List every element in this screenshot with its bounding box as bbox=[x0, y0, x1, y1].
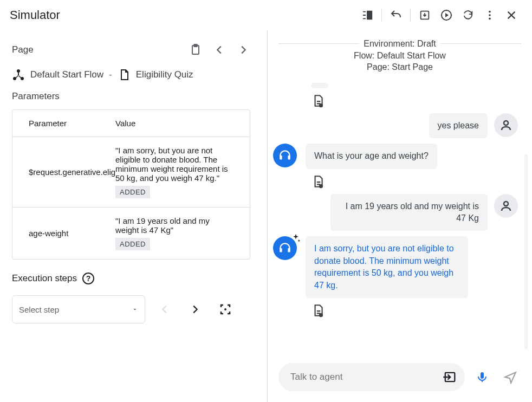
chat-bubble-user: yes please bbox=[429, 113, 488, 138]
select-step-dropdown[interactable]: Select step bbox=[12, 295, 145, 323]
param-name: age-weight bbox=[29, 229, 68, 238]
toolbar-divider bbox=[381, 9, 382, 22]
diagnostic-info-icon[interactable]: i bbox=[311, 174, 325, 189]
svg-rect-0 bbox=[367, 11, 372, 20]
breadcrumb-page[interactable]: Eligibility Quiz bbox=[136, 69, 193, 80]
prev-page-button[interactable] bbox=[207, 38, 231, 62]
close-button[interactable] bbox=[501, 4, 522, 26]
left-panel: Page Default Start Flow - bbox=[0, 30, 268, 402]
flow-icon bbox=[12, 68, 25, 81]
clipboard-icon[interactable] bbox=[184, 38, 207, 62]
param-value: "I am sorry, but you are not eligible to… bbox=[115, 146, 228, 183]
svg-point-14 bbox=[504, 121, 508, 125]
chevron-down-icon bbox=[132, 306, 138, 313]
execution-steps-label: Execution steps bbox=[12, 273, 77, 284]
param-name: $request.generative.eligibility-outcome bbox=[29, 167, 115, 177]
step-prev-button[interactable] bbox=[154, 299, 176, 320]
panel-toggle-icon[interactable] bbox=[356, 4, 378, 26]
undo-button[interactable] bbox=[385, 4, 407, 26]
next-page-button[interactable] bbox=[231, 38, 255, 62]
th-value: Value bbox=[115, 110, 236, 137]
send-button[interactable] bbox=[499, 370, 521, 384]
title-bar: Simulator bbox=[0, 0, 532, 30]
meta-env: Environment: Draft bbox=[359, 38, 440, 50]
conversation-meta: Environment: Draft Flow: Default Start F… bbox=[268, 30, 532, 73]
svg-point-10 bbox=[21, 77, 24, 80]
chat-bubble-agent: What is your age and weight? bbox=[306, 144, 437, 168]
table-row: $request.generative.eligibility-outcome … bbox=[12, 137, 250, 208]
svg-rect-25 bbox=[481, 372, 484, 379]
param-value: "I am 19 years old and my weight is 47 K… bbox=[115, 216, 210, 235]
app-title: Simulator bbox=[10, 8, 60, 22]
breadcrumb: Default Start Flow - Eligibility Quiz bbox=[12, 68, 255, 81]
page-section-label: Page bbox=[12, 44, 34, 55]
svg-point-19 bbox=[504, 202, 508, 206]
user-avatar bbox=[494, 113, 518, 137]
added-chip: ADDED bbox=[115, 238, 150, 250]
scrollbar[interactable] bbox=[524, 154, 528, 349]
added-chip: ADDED bbox=[115, 186, 150, 198]
svg-rect-21 bbox=[288, 248, 290, 252]
svg-point-3 bbox=[489, 11, 491, 13]
table-row: age-weight "I am 19 years old and my wei… bbox=[12, 208, 250, 259]
meta-page: Page: Start Page bbox=[268, 61, 532, 73]
chat-bubble-user: I am 19 years old and my weight is 47 Kg bbox=[330, 194, 488, 231]
more-button[interactable] bbox=[479, 4, 501, 26]
parameters-table: Parameter Value $request.generative.elig… bbox=[12, 109, 250, 260]
download-button[interactable] bbox=[414, 4, 436, 26]
focus-icon[interactable] bbox=[215, 299, 236, 320]
chat-bubble-agent-generative: I am sorry, but you are not eligible to … bbox=[306, 236, 468, 298]
step-next-button[interactable] bbox=[184, 299, 206, 320]
chat-area: i yes please What is your ag bbox=[268, 73, 532, 356]
refresh-button[interactable] bbox=[457, 4, 479, 26]
diagnostic-info-icon[interactable]: i bbox=[311, 94, 325, 108]
table-header-row: Parameter Value bbox=[12, 110, 250, 137]
agent-avatar bbox=[273, 144, 297, 167]
sparkle-icon bbox=[290, 233, 301, 244]
svg-rect-15 bbox=[280, 155, 282, 160]
talk-input[interactable] bbox=[290, 372, 442, 382]
svg-point-4 bbox=[489, 14, 491, 16]
chat-bubble-agent bbox=[311, 83, 328, 88]
svg-point-11 bbox=[224, 308, 226, 310]
svg-point-9 bbox=[13, 77, 16, 80]
input-bar bbox=[268, 356, 532, 402]
breadcrumb-sep: - bbox=[109, 69, 112, 80]
help-icon[interactable]: ? bbox=[82, 273, 94, 284]
play-button[interactable] bbox=[436, 4, 457, 26]
submit-arrow-icon[interactable] bbox=[442, 369, 457, 385]
svg-rect-16 bbox=[288, 155, 290, 160]
talk-input-container bbox=[278, 363, 465, 391]
page-icon bbox=[118, 68, 131, 81]
parameters-label: Parameters bbox=[12, 91, 255, 102]
mic-button[interactable] bbox=[471, 371, 493, 384]
th-parameter: Parameter bbox=[12, 110, 115, 137]
agent-avatar-generative bbox=[273, 236, 297, 260]
meta-flow: Flow: Default Start Flow bbox=[268, 50, 532, 62]
toolbar-divider bbox=[410, 9, 411, 22]
diagnostic-info-icon[interactable]: i bbox=[311, 303, 325, 317]
breadcrumb-flow[interactable]: Default Start Flow bbox=[30, 69, 103, 80]
svg-point-5 bbox=[489, 18, 491, 20]
user-avatar bbox=[494, 194, 518, 218]
right-panel: Environment: Draft Flow: Default Start F… bbox=[268, 30, 532, 402]
svg-rect-20 bbox=[280, 248, 282, 252]
select-placeholder: Select step bbox=[19, 305, 59, 314]
